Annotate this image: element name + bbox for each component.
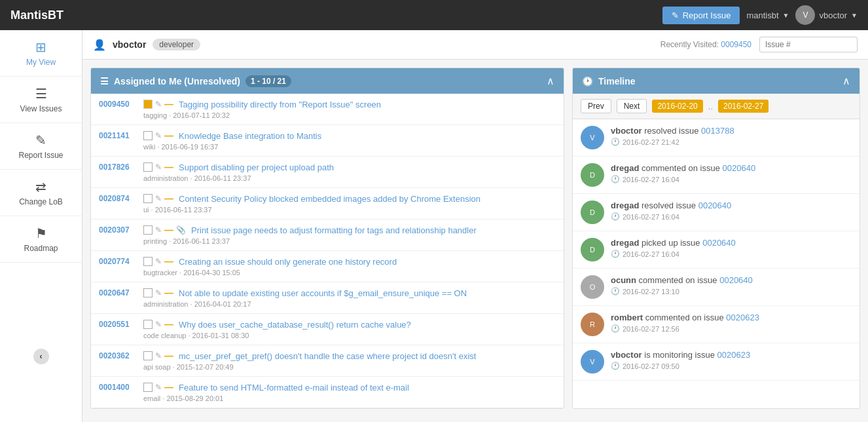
edit-icon[interactable]: ✎ [155,257,162,266]
timeline-issue-link[interactable]: 0020640 [723,163,756,173]
issue-id-link[interactable]: 0020774 [99,257,138,266]
timeline-issue-link[interactable]: 0013788 [701,126,734,136]
search-input[interactable] [759,37,858,52]
avatar: D [581,201,604,224]
sidebar-item-my-view[interactable]: ⊞ My View [0,30,82,77]
clock-icon: 🕐 [611,362,620,370]
issue-id-link[interactable]: 0020362 [99,351,138,360]
report-issue-button[interactable]: ✎ Report Issue [662,7,740,24]
minus-icon[interactable]: — [164,225,173,235]
avatar: D [581,163,604,187]
minus-icon[interactable]: — [164,130,173,141]
issue-title-link[interactable]: Why does user_cache_database_result() re… [179,320,411,330]
app-brand: MantisBT [10,9,63,22]
timeline-issue-link[interactable]: 0020623 [717,350,751,360]
minus-icon[interactable]: — [164,193,173,204]
issue-id-link[interactable]: 0009450 [99,100,138,109]
sidebar-item-report-issue[interactable]: ✎ Report Issue [0,123,82,170]
user-profile-menu[interactable]: V vboctor ▼ [795,5,858,25]
issue-title-link[interactable]: Support disabling per project upload pat… [179,163,334,172]
minus-icon[interactable]: — [164,382,173,393]
sidebar-item-roadmap[interactable]: ⚑ Roadmap [0,216,82,263]
issues-panel-collapse-button[interactable]: ∧ [547,75,554,87]
issue-id-link[interactable]: 0001400 [99,383,138,392]
issue-checkbox[interactable] [143,320,153,329]
issue-title-link[interactable]: Not able to update existing user account… [179,288,467,298]
edit-icon[interactable]: ✎ [155,320,162,329]
edit-icon[interactable]: ✎ [155,194,162,203]
issue-id-link[interactable]: 0020307 [99,225,138,235]
roadmap-icon: ⚑ [35,225,47,241]
edit-icon[interactable]: ✎ [155,351,162,360]
minus-icon[interactable]: — [164,162,173,172]
minus-icon[interactable]: — [164,351,173,361]
issue-title-link[interactable]: mc_user_pref_get_pref() doesn't handle t… [179,351,476,361]
issue-checkbox[interactable] [143,288,153,297]
edit-icon[interactable]: ✎ [155,225,162,235]
timeline-timestamp: 2016-02-27 09:50 [623,362,679,370]
timeline-user: rombert [611,313,643,322]
timeline-text: dregad commented on issue 0020640 [611,163,852,173]
timeline-issue-link[interactable]: 0020640 [702,238,736,248]
issue-controls: ✎ — [143,256,173,267]
timeline-user: dregad [611,201,639,210]
timeline-prev-button[interactable]: Prev [581,99,611,113]
issues-panel-title: Assigned to Me (Unresolved) [114,76,240,86]
issue-id-link[interactable]: 0020647 [99,288,138,297]
issue-id-link[interactable]: 0020874 [99,194,138,203]
timeline-content: dregad picked up issue 0020640 🕐 2016-02… [611,238,852,258]
issue-id-link[interactable]: 0021141 [99,131,138,140]
edit-icon[interactable]: ✎ [155,131,162,140]
issue-checkbox[interactable] [143,383,153,392]
issue-title-link[interactable]: Content Security Policy blocked embedded… [179,194,480,204]
edit-icon[interactable]: ✎ [155,100,162,109]
issue-checkbox[interactable] [143,225,153,235]
timeline-date-separator: .. [708,102,713,111]
edit-icon[interactable]: ✎ [155,383,162,392]
issue-controls: ✎ — [143,130,173,141]
minus-icon[interactable]: — [164,319,173,330]
clock-icon: 🕐 [611,175,620,183]
sidebar-item-label: My View [26,58,56,67]
timeline-panel-collapse-button[interactable]: ∧ [842,75,850,87]
issue-controls: ✎ — [143,99,173,109]
timeline-text: rombert commented on issue 0020623 [611,313,852,322]
table-row: 0020307 ✎ — 📎 Print issue page needs to … [91,220,564,251]
report-issue-icon: ✎ [35,132,46,148]
minus-icon[interactable]: — [164,99,173,109]
edit-icon[interactable]: ✎ [155,163,162,172]
issue-checkbox[interactable] [143,163,153,172]
report-icon: ✎ [672,10,679,20]
sidebar-item-label: Change LoB [19,197,63,206]
issue-title-link[interactable]: Creating an issue should only generate o… [179,257,397,267]
issue-title-link[interactable]: Feature to send HTML-formatted e-mail in… [179,383,409,393]
timeline-text: ocunn commented on issue 0020640 [611,275,852,285]
issue-id-link[interactable]: 0017826 [99,163,138,172]
issue-checkbox[interactable] [143,131,153,140]
recently-visited-link[interactable]: 0009450 [721,40,751,49]
edit-icon[interactable]: ✎ [155,288,162,297]
issue-title-link[interactable]: Tagging possibility directly from "Repor… [179,100,381,109]
user-account-menu[interactable]: mantisbt ▼ [746,10,789,20]
user-dropdown-icon: ▼ [851,12,858,19]
timeline-next-button[interactable]: Next [617,99,647,113]
timeline-issue-link[interactable]: 0020623 [726,313,759,322]
minus-icon[interactable]: — [164,288,173,298]
issue-checkbox[interactable] [143,194,153,203]
issue-title-link[interactable]: Knowledge Base integration to Mantis [179,131,321,141]
sidebar-item-view-issues[interactable]: ☰ View Issues [0,77,82,123]
sidebar-collapse-button[interactable]: ‹ [33,349,49,364]
timeline-content: vboctor resolved issue 0013788 🕐 2016-02… [611,126,852,146]
timeline-content: dregad commented on issue 0020640 🕐 2016… [611,163,852,183]
issue-meta: wiki · 2016-06-19 16:37 [143,143,556,151]
timeline-issue-link[interactable]: 0020640 [719,275,753,285]
clip-icon[interactable]: 📎 [176,225,186,235]
issue-checkbox[interactable] [143,257,153,266]
issue-id-link[interactable]: 0020551 [99,320,138,329]
sidebar-item-change-log[interactable]: ⇄ Change LoB [0,170,82,216]
issue-checkbox[interactable] [143,351,153,360]
issue-controls: ✎ — [143,382,173,393]
issue-title-link[interactable]: Print issue page needs to adjust formatt… [191,225,477,235]
timeline-issue-link[interactable]: 0020640 [698,201,732,210]
minus-icon[interactable]: — [164,256,173,267]
